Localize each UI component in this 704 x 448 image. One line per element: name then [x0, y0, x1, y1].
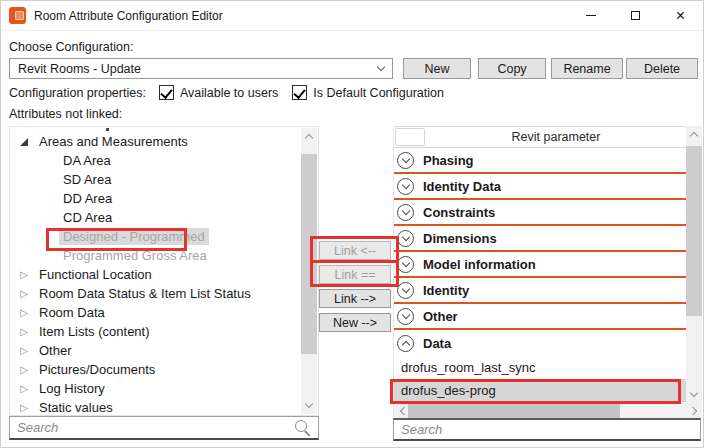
chevron-down-circle-icon[interactable] [397, 308, 414, 325]
tree-item-dd-area[interactable]: DD Area [10, 189, 301, 208]
tree-item-room-data-status[interactable]: ▷ Room Data Status & Item List Status [10, 284, 301, 303]
revit-parameter-header: Revit parameter [394, 126, 686, 148]
chevron-up-circle-icon[interactable] [397, 335, 414, 352]
revit-parameter-panel: Revit parameter Phasing Identity Data Co… [393, 126, 701, 418]
group-identity[interactable]: Identity [394, 278, 686, 304]
attributes-tree: Areas and Measurements DA Area SD Area D… [10, 127, 301, 415]
maximize-icon [631, 11, 640, 20]
app-icon [9, 7, 26, 24]
scrollbar-down-button[interactable] [301, 397, 317, 414]
close-icon: × [676, 8, 685, 24]
maximize-button[interactable] [613, 1, 658, 30]
collapsed-triangle-icon[interactable]: ▷ [16, 403, 32, 413]
scrollbar-thumb[interactable] [686, 146, 702, 316]
tree-scrollbar[interactable] [301, 128, 317, 414]
tree-item-cd-area[interactable]: CD Area [10, 208, 301, 227]
configuration-dropdown[interactable]: Revit Rooms - Update [9, 58, 393, 79]
group-dimensions[interactable]: Dimensions [394, 226, 686, 252]
available-to-users-checkbox[interactable] [159, 85, 174, 100]
revit-parameter-header-label: Revit parameter [426, 127, 686, 147]
attributes-tree-panel: Areas and Measurements DA Area SD Area D… [9, 126, 319, 416]
collapsed-triangle-icon[interactable]: ▷ [16, 346, 32, 356]
collapsed-triangle-icon[interactable]: ▷ [16, 289, 32, 299]
dialog-window: Room Attribute Configuration Editor × Ch… [0, 0, 704, 448]
revit-parameter-groups: Phasing Identity Data Constraints Dimens… [394, 148, 686, 402]
scrollbar-up-button[interactable] [301, 128, 317, 145]
revit-panel-vertical-scrollbar[interactable] [686, 126, 702, 403]
group-model-information[interactable]: Model information [394, 252, 686, 278]
minimize-button[interactable] [568, 1, 613, 30]
caption-buttons: × [568, 1, 703, 30]
rename-button[interactable]: Rename [551, 58, 623, 79]
revit-panel-horizontal-scrollbar[interactable] [394, 403, 702, 418]
group-phasing[interactable]: Phasing [394, 148, 686, 174]
chevron-up-icon [690, 132, 698, 140]
group-identity-data[interactable]: Identity Data [394, 174, 686, 200]
chevron-right-icon [688, 406, 696, 414]
attributes-not-linked-label: Attributes not linked: [9, 107, 122, 121]
tree-item-da-area[interactable]: DA Area [10, 151, 301, 170]
chevron-down-circle-icon[interactable] [397, 256, 414, 273]
group-data[interactable]: Data [394, 330, 686, 356]
group-constraints[interactable]: Constraints [394, 200, 686, 226]
delete-button[interactable]: Delete [626, 58, 698, 79]
tree-item-areas-and-measurements[interactable]: Areas and Measurements [10, 132, 301, 151]
window-title: Room Attribute Configuration Editor [34, 9, 223, 23]
chevron-down-circle-icon[interactable] [397, 178, 414, 195]
link-left-button[interactable]: Link <-- [319, 241, 391, 260]
tree-item-room-data[interactable]: ▷ Room Data [10, 303, 301, 322]
new-button[interactable]: New [403, 58, 471, 79]
group-other[interactable]: Other [394, 304, 686, 330]
revit-search-box [393, 418, 701, 441]
chevron-left-icon [399, 406, 407, 414]
choose-configuration-label: Choose Configuration: [9, 40, 133, 54]
scrollbar-thumb[interactable] [301, 154, 317, 354]
collapsed-triangle-icon[interactable]: ▷ [16, 384, 32, 394]
configuration-dropdown-value: Revit Rooms - Update [18, 62, 141, 76]
tree-item-sd-area[interactable]: SD Area [10, 170, 301, 189]
tree-item-item-lists-content[interactable]: ▷ Item Lists (content) [10, 322, 301, 341]
tree-item-functional-location[interactable]: ▷ Functional Location [10, 265, 301, 284]
chevron-down-icon [377, 63, 385, 71]
clipped-row-fragment [106, 128, 109, 131]
configuration-properties-row: Configuration properties: Available to u… [9, 85, 444, 100]
collapsed-triangle-icon[interactable]: ▷ [16, 327, 32, 337]
is-default-configuration-checkbox[interactable] [292, 85, 307, 100]
chevron-down-circle-icon[interactable] [397, 230, 414, 247]
collapsed-triangle-icon[interactable]: ▷ [16, 308, 32, 318]
configuration-properties-label: Configuration properties: [9, 86, 146, 100]
is-default-configuration-label: Is Default Configuration [313, 86, 444, 100]
parameter-item-drofus-des-prog[interactable]: drofus_des-prog [394, 379, 686, 402]
tree-item-static-values[interactable]: ▷ Static values [10, 398, 301, 415]
link-equals-button[interactable]: Link == [319, 265, 391, 284]
tree-item-designed-programmed[interactable]: Designed - Programmed [10, 227, 301, 246]
chevron-down-circle-icon[interactable] [397, 152, 414, 169]
chevron-down-icon [305, 400, 313, 408]
copy-button[interactable]: Copy [478, 58, 546, 79]
expanded-triangle-icon[interactable] [16, 138, 32, 146]
tree-item-log-history[interactable]: ▷ Log History [10, 379, 301, 398]
tree-item-other[interactable]: ▷ Other [10, 341, 301, 360]
minimize-icon [586, 15, 596, 16]
parameter-item-drofus-room-last-sync[interactable]: drofus_room_last_sync [394, 356, 686, 379]
revit-search-input[interactable] [401, 422, 693, 437]
chevron-down-circle-icon[interactable] [397, 282, 414, 299]
tree-item-pictures-documents[interactable]: ▷ Pictures/Documents [10, 360, 301, 379]
tree-item-programmed-gross-area[interactable]: Programmed Gross Area [10, 246, 301, 265]
attributes-search-input[interactable] [17, 420, 294, 435]
scrollbar-thumb[interactable] [408, 403, 620, 418]
header-empty-cell [395, 128, 425, 146]
collapsed-triangle-icon[interactable]: ▷ [16, 270, 32, 280]
chevron-down-circle-icon[interactable] [397, 204, 414, 221]
scrollbar-up-button[interactable] [686, 126, 702, 143]
search-icon[interactable] [294, 419, 311, 436]
available-to-users-label: Available to users [180, 86, 278, 100]
collapsed-triangle-icon[interactable]: ▷ [16, 365, 32, 375]
scrollbar-down-button[interactable] [686, 386, 702, 403]
new-right-button[interactable]: New --> [319, 313, 391, 332]
link-right-button[interactable]: Link --> [319, 289, 391, 308]
close-button[interactable]: × [658, 1, 703, 30]
chevron-down-icon [690, 389, 698, 397]
scrollbar-right-button[interactable] [686, 403, 702, 418]
attributes-search-box [9, 416, 319, 440]
